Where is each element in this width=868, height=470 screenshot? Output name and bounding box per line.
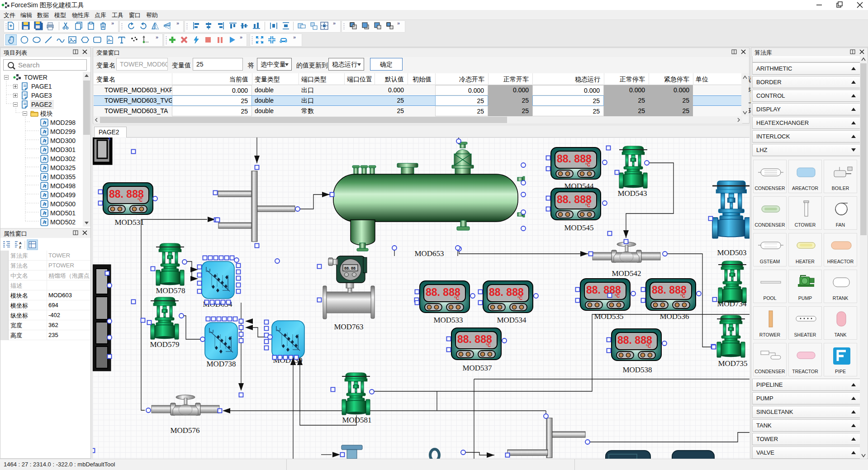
svg-text:MOD542: MOD542 <box>612 269 641 278</box>
svg-text:MOD579: MOD579 <box>150 340 179 349</box>
svg-text:MOD735: MOD735 <box>718 359 747 368</box>
svg-text:MOD533: MOD533 <box>433 316 463 324</box>
svg-text:MOD531: MOD531 <box>114 218 144 227</box>
svg-text:MOD653: MOD653 <box>414 249 444 258</box>
svg-text:MOD578: MOD578 <box>156 286 185 295</box>
svg-text:MOD734: MOD734 <box>717 299 747 308</box>
svg-text:MOD545: MOD545 <box>564 223 593 232</box>
svg-text:MOD537: MOD537 <box>462 364 492 372</box>
svg-text:MOD576: MOD576 <box>170 426 199 435</box>
svg-text:MOD503: MOD503 <box>717 248 746 257</box>
svg-text:MOD738: MOD738 <box>206 360 236 368</box>
svg-text:MOD538: MOD538 <box>622 366 652 374</box>
svg-text:MOD534: MOD534 <box>497 316 526 324</box>
svg-text:MOD581: MOD581 <box>342 416 371 424</box>
svg-text:MOD763: MOD763 <box>334 323 363 331</box>
svg-text:Z: Z <box>19 245 21 249</box>
svg-text:MOD535: MOD535 <box>594 312 623 321</box>
svg-text:MOD543: MOD543 <box>617 189 647 198</box>
svg-text:88. 88: 88. 88 <box>344 266 356 271</box>
svg-text:MOD536: MOD536 <box>659 312 689 321</box>
svg-text:A: A <box>19 241 22 245</box>
